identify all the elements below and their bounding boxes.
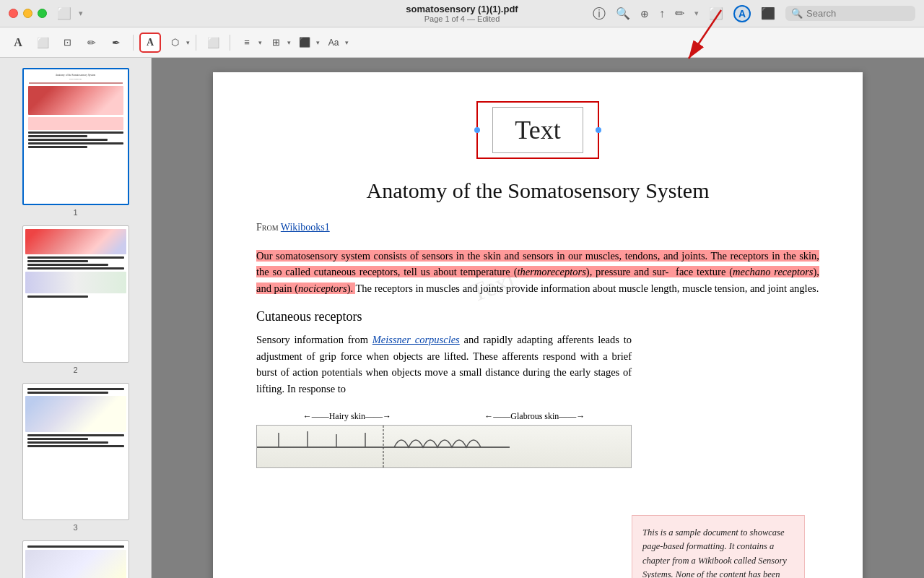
highlighted-noci: nociceptors bbox=[298, 282, 347, 294]
chevron-down-icon[interactable]: ▾ bbox=[79, 9, 83, 18]
para2-start: Sensory information from bbox=[256, 334, 372, 345]
page-view-icon[interactable]: ⬜ bbox=[709, 7, 723, 20]
thumb2-line4 bbox=[27, 267, 124, 269]
zoom-out-icon[interactable]: 🔍 bbox=[616, 7, 630, 20]
form-chevron[interactable]: ▾ bbox=[287, 39, 291, 46]
page-thumb-3[interactable]: 3 bbox=[3, 379, 148, 536]
page-thumb-4[interactable]: 4 bbox=[3, 536, 148, 578]
thumb3-line4 bbox=[27, 438, 88, 440]
separator2 bbox=[196, 35, 196, 51]
thumb3-line5 bbox=[27, 441, 108, 444]
titlebar-right: ⓘ 🔍 ⊕ ↑ ✏ ▾ ⬜ A ⬛ 🔍 bbox=[593, 5, 915, 22]
thumb1-highlight-bar bbox=[29, 82, 123, 84]
text-select-tool[interactable]: A bbox=[7, 33, 29, 53]
view-tool-group[interactable]: ⬛ ▾ bbox=[294, 33, 320, 53]
thumb2-figure2 bbox=[25, 272, 126, 293]
highlighted-text5: ). bbox=[347, 282, 356, 294]
fontsize-chevron[interactable]: ▾ bbox=[345, 39, 349, 46]
page-thumb-2[interactable]: 2 bbox=[3, 221, 148, 379]
handle-right[interactable] bbox=[596, 127, 601, 133]
titlebar-center: somatosensory (1)(1).pdf Page 1 of 4 — E… bbox=[406, 4, 518, 23]
page-thumb-1[interactable]: Anatomy of the Somatosensory System From… bbox=[3, 64, 148, 221]
titlebar-icons: ⬜ ▾ bbox=[57, 7, 83, 20]
wikibooks-link[interactable]: Wikibooks1 bbox=[281, 222, 330, 233]
figure-diagram-box bbox=[256, 425, 632, 468]
zoom-in-icon[interactable]: ⊕ bbox=[640, 8, 649, 20]
annotation-inner[interactable]: Text bbox=[492, 107, 583, 153]
meissner-link[interactable]: Meissner corpuscles bbox=[372, 334, 460, 345]
thumb-image-2 bbox=[22, 225, 129, 363]
snapshot-tool[interactable]: ⊡ bbox=[56, 33, 78, 53]
document-title: Anatomy of the Somatosensory System bbox=[256, 176, 819, 204]
align-tool[interactable]: ≡ bbox=[236, 33, 258, 53]
align-tool-group[interactable]: ≡ ▾ bbox=[236, 33, 262, 53]
text-annotation-icon[interactable]: A bbox=[733, 5, 751, 22]
toolbar: A ⬜ ⊡ ✏ ✒ A ⬡ ▾ ⬜ ≡ ▾ ⊞ ▾ ⬛ ▾ Aa ▾ bbox=[0, 27, 924, 58]
shapes-tool-group[interactable]: ⬡ ▾ bbox=[164, 33, 190, 53]
paragraph1-container: Our somatosensory system consists of sen… bbox=[256, 248, 819, 296]
shapes-chevron[interactable]: ▾ bbox=[186, 39, 190, 46]
pdf-page: Text Anatomy of the Somatosensory System… bbox=[213, 72, 863, 578]
annotation-container[interactable]: Text bbox=[256, 101, 819, 159]
thumb3-line6 bbox=[27, 445, 124, 447]
fontsize-tool[interactable]: Aa bbox=[323, 33, 344, 53]
pen-chevron-icon[interactable]: ▾ bbox=[694, 9, 699, 18]
text-annotation-box[interactable]: Text bbox=[476, 101, 598, 159]
annotation-text: Text bbox=[515, 116, 560, 144]
form-tool-group[interactable]: ⊞ ▾ bbox=[265, 33, 291, 53]
fontsize-tool-group[interactable]: Aa ▾ bbox=[323, 33, 349, 53]
thumb4-line1 bbox=[27, 545, 124, 548]
paragraph1: Our somatosensory system consists of sen… bbox=[256, 248, 819, 296]
pen-icon[interactable]: ✏ bbox=[675, 7, 684, 20]
rect-select-tool[interactable]: ⬜ bbox=[32, 33, 53, 53]
sidebar-note-text: This is a sample document to showcase pa… bbox=[642, 527, 789, 578]
from-line: From Wikibooks1 bbox=[256, 222, 819, 233]
thumb3-line3 bbox=[27, 434, 124, 436]
thumb2-line3 bbox=[27, 264, 108, 266]
markup-tool[interactable]: ✏ bbox=[81, 33, 103, 53]
thumb1-line1 bbox=[28, 131, 123, 134]
figure-label-hairy: ←——Hairy skin——→ bbox=[303, 411, 391, 422]
maximize-button[interactable] bbox=[38, 9, 47, 18]
thumb-image-3 bbox=[22, 383, 129, 520]
thumb2-line1 bbox=[27, 256, 124, 259]
figure-label-glabrous: ←——Glabrous skin——→ bbox=[484, 411, 585, 422]
freehand-tool[interactable]: ✒ bbox=[105, 33, 127, 53]
sidebar-toggle-icon[interactable]: ⬜ bbox=[57, 7, 71, 20]
search-bar[interactable]: 🔍 bbox=[785, 6, 915, 21]
highlighted-thermoreceptors: thermoreceptors bbox=[517, 266, 585, 277]
text-box-tool[interactable]: A bbox=[139, 33, 161, 53]
thumb2-line2 bbox=[27, 260, 88, 262]
form-tool[interactable]: ⊞ bbox=[265, 33, 287, 53]
thumb1-line2 bbox=[28, 135, 88, 137]
info-icon[interactable]: ⓘ bbox=[593, 5, 606, 22]
search-input[interactable] bbox=[806, 8, 907, 19]
pdf-area[interactable]: Text Anatomy of the Somatosensory System… bbox=[152, 58, 924, 578]
separator3 bbox=[230, 35, 230, 51]
titlebar: ⬜ ▾ somatosensory (1)(1).pdf Page 1 of 4… bbox=[0, 0, 924, 27]
view-chevron[interactable]: ▾ bbox=[316, 39, 320, 46]
highlighted-text2: receptors, tell us about temperature ( bbox=[356, 266, 518, 277]
thumb3-figure bbox=[25, 396, 126, 432]
thumb3-line1 bbox=[27, 388, 124, 390]
thumb-image-4 bbox=[22, 540, 129, 578]
page-number-2: 2 bbox=[6, 366, 145, 374]
redact-icon[interactable]: ⬛ bbox=[761, 7, 775, 20]
close-button[interactable] bbox=[9, 9, 18, 18]
figure-svg bbox=[257, 426, 631, 467]
thumb2-figure bbox=[25, 229, 126, 254]
thumb1-line4 bbox=[28, 142, 123, 144]
share-icon[interactable]: ↑ bbox=[659, 7, 665, 20]
thumb-image-1: Anatomy of the Somatosensory System From… bbox=[22, 68, 129, 205]
sidebar: Anatomy of the Somatosensory System From… bbox=[0, 58, 152, 578]
shapes-tool[interactable]: ⬡ bbox=[164, 33, 186, 53]
thumb1-from: From Wikibooks bbox=[26, 77, 126, 81]
paragraph2: Sensory information from Meissner corpus… bbox=[256, 332, 819, 397]
page-tool[interactable]: ⬜ bbox=[202, 33, 224, 53]
align-chevron[interactable]: ▾ bbox=[258, 39, 262, 46]
thumb1-line5 bbox=[28, 146, 88, 148]
handle-left[interactable] bbox=[474, 127, 480, 133]
section-heading-cutaneous: Cutaneous receptors bbox=[256, 309, 819, 324]
view-tool[interactable]: ⬛ bbox=[294, 33, 315, 53]
minimize-button[interactable] bbox=[23, 9, 32, 18]
